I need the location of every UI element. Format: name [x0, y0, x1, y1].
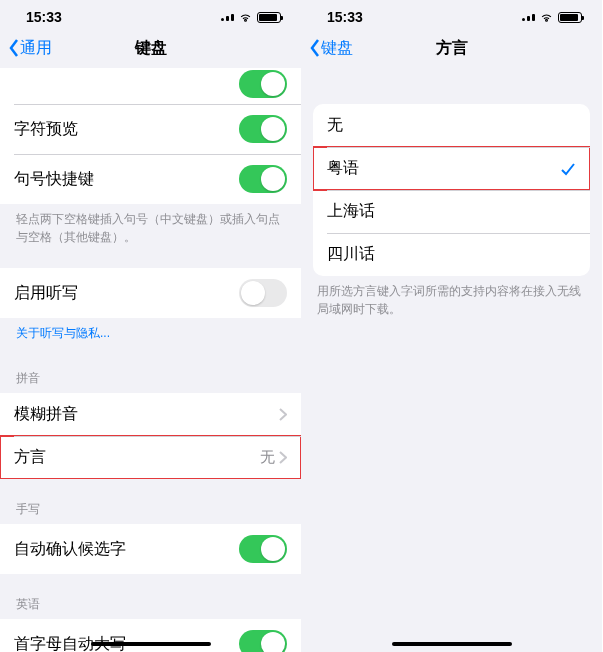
battery-icon [558, 12, 582, 23]
detail-text: 无 [260, 448, 275, 467]
group-header: 英语 [0, 590, 301, 619]
home-indicator[interactable] [91, 642, 211, 646]
option-none[interactable]: 无 [313, 104, 590, 147]
row-label: 方言 [14, 447, 46, 468]
chevron-right-icon [279, 408, 287, 421]
option-shanghainese[interactable]: 上海话 [313, 190, 590, 233]
group-footer: 用所选方言键入字词所需的支持内容将在接入无线局域网时下载。 [301, 276, 602, 324]
row-label: 字符预览 [14, 119, 78, 140]
back-label: 通用 [20, 38, 52, 59]
dialect-options-list: 无 粤语 上海话 四川话 [313, 104, 590, 276]
status-bar: 15:33 [0, 6, 301, 28]
chevron-right-icon [279, 451, 287, 464]
cellular-icon [221, 14, 234, 21]
group-footer: 轻点两下空格键插入句号（中文键盘）或插入句点与空格（其他键盘）。 [0, 204, 301, 252]
status-bar: 15:33 [301, 6, 602, 28]
option-label: 无 [327, 115, 343, 136]
wifi-icon [238, 10, 253, 25]
dialect-row[interactable]: 方言 无 [0, 436, 301, 479]
nav-bar: 通用 键盘 [0, 28, 301, 68]
row-label: 启用听写 [14, 283, 78, 304]
back-label: 键盘 [321, 38, 353, 59]
period-shortcut-row[interactable]: 句号快捷键 [0, 154, 301, 204]
row-label: 自动确认候选字 [14, 539, 126, 560]
option-label: 粤语 [327, 158, 359, 179]
top-toggle-list: 字符预览 句号快捷键 [0, 68, 301, 204]
wifi-icon [539, 10, 554, 25]
nav-bar: 键盘 方言 [301, 28, 602, 68]
status-time: 15:33 [26, 9, 62, 25]
back-button[interactable]: 键盘 [301, 38, 353, 59]
pinyin-list: 模糊拼音 方言 无 [0, 393, 301, 479]
group-header: 手写 [0, 495, 301, 524]
screen-keyboard-settings: 15:33 通用 键盘 字符预览 句号 [0, 0, 301, 652]
option-label: 四川话 [327, 244, 375, 265]
toggle-switch[interactable] [239, 279, 287, 307]
toggle-switch[interactable] [239, 165, 287, 193]
group-header: 拼音 [0, 364, 301, 393]
handwriting-list: 自动确认候选字 [0, 524, 301, 574]
auto-cap-row[interactable]: 首字母自动大写 [0, 619, 301, 652]
option-sichuanese[interactable]: 四川话 [313, 233, 590, 276]
english-list: 首字母自动大写 检查拼写 输入预测 滑行键入时逐词删除 [0, 619, 301, 652]
toggle-switch[interactable] [239, 115, 287, 143]
status-icons [221, 10, 281, 25]
status-icons [522, 10, 582, 25]
dictation-list: 启用听写 [0, 268, 301, 318]
toggle-switch[interactable] [239, 630, 287, 652]
toggle-switch[interactable] [239, 535, 287, 563]
toggle-switch[interactable] [239, 70, 287, 98]
chevron-left-icon [8, 38, 20, 58]
home-indicator[interactable] [392, 642, 512, 646]
row-detail: 无 [260, 448, 287, 467]
fuzzy-pinyin-row[interactable]: 模糊拼音 [0, 393, 301, 436]
row-label: 句号快捷键 [14, 169, 94, 190]
char-preview-row[interactable]: 字符预览 [0, 104, 301, 154]
screen-dialect-settings: 15:33 键盘 方言 无 粤语 上海话 [301, 0, 602, 652]
chevron-left-icon [309, 38, 321, 58]
checkmark-icon [560, 161, 576, 177]
row-label: 模糊拼音 [14, 404, 78, 425]
dictation-row[interactable]: 启用听写 [0, 268, 301, 318]
partial-row[interactable] [0, 68, 301, 104]
option-label: 上海话 [327, 201, 375, 222]
dictation-privacy-link[interactable]: 关于听写与隐私... [0, 318, 301, 348]
auto-confirm-row[interactable]: 自动确认候选字 [0, 524, 301, 574]
option-cantonese[interactable]: 粤语 [313, 147, 590, 190]
cellular-icon [522, 14, 535, 21]
battery-icon [257, 12, 281, 23]
back-button[interactable]: 通用 [0, 38, 52, 59]
status-time: 15:33 [327, 9, 363, 25]
disclosure [279, 408, 287, 421]
